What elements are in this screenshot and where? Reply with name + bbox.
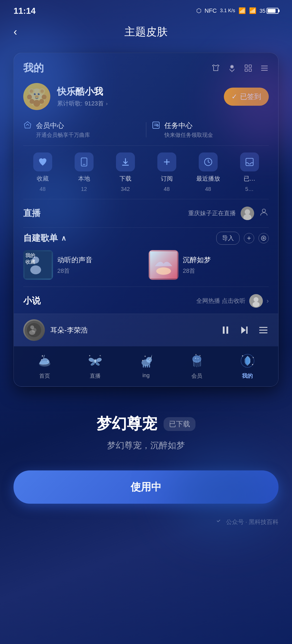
divider-1 <box>23 145 269 146</box>
svg-rect-29 <box>81 158 87 166</box>
theme-name-row: 梦幻尊宠 已下载 <box>97 414 195 434</box>
nav-vip-label: 会员 <box>191 372 202 380</box>
svg-point-50 <box>253 302 260 307</box>
svg-rect-34 <box>246 158 253 166</box>
action-download[interactable]: 下载 342 <box>106 152 145 192</box>
signin-button[interactable]: ✓ 已签到 <box>224 88 269 106</box>
app-preview-card: 我的 <box>14 53 278 387</box>
svg-point-77 <box>150 359 151 360</box>
back-button[interactable]: ‹ <box>14 26 17 38</box>
live-streamer-avatar[interactable] <box>241 207 254 220</box>
downloaded-badge: 已下载 <box>164 417 195 431</box>
svg-rect-74 <box>147 365 148 368</box>
svg-rect-2 <box>245 65 247 67</box>
action-subscribe[interactable]: 订阅 48 <box>147 152 186 192</box>
check-icon: ✓ <box>231 92 237 101</box>
task-center-item[interactable]: 任务中心 快来做任务领取现金 <box>152 121 269 139</box>
divider-2 <box>23 199 269 199</box>
action-local[interactable]: 本地 12 <box>65 152 103 192</box>
nfc-icon: NFC <box>205 7 217 14</box>
svg-point-21 <box>42 95 47 99</box>
bottom-content: 梦幻尊宠 已下载 梦幻尊宠，沉醉如梦 <box>0 392 292 462</box>
svg-point-23 <box>29 99 34 104</box>
svg-point-67 <box>95 359 96 363</box>
use-button[interactable]: 使用中 <box>14 470 278 504</box>
battery-indicator: 35 <box>260 8 278 14</box>
add-playlist-button[interactable] <box>244 233 254 243</box>
page-header: ‹ 主题皮肤 <box>0 19 292 47</box>
nav-live[interactable]: ✦ ★ 直播 <box>70 351 121 380</box>
pause-button[interactable] <box>220 325 231 336</box>
action-already[interactable]: 已… 5… <box>230 152 269 192</box>
use-button-container: 使用中 <box>0 462 292 512</box>
svg-point-64 <box>41 359 42 360</box>
clock-icon <box>199 152 218 171</box>
page-title: 主题皮肤 <box>124 24 168 39</box>
svg-text:✦: ✦ <box>89 354 91 357</box>
mic-icon[interactable] <box>228 64 236 72</box>
svg-text:✦: ✦ <box>251 363 254 366</box>
app-topbar-icons <box>211 64 269 72</box>
shirt-icon[interactable] <box>211 64 220 72</box>
nav-home[interactable]: ✦ 首页 <box>19 351 70 380</box>
novel-title: 小说 <box>23 295 41 307</box>
nav-live-label: 直播 <box>90 372 101 380</box>
action-collect[interactable]: 收藏 48 <box>23 152 62 192</box>
playlist-button[interactable] <box>258 325 269 336</box>
playlist-title: 自建歌单 ∧ <box>23 232 66 244</box>
phone-icon <box>75 152 94 171</box>
user-name: 快乐酷小我 <box>57 85 217 98</box>
svg-point-81 <box>195 358 196 359</box>
svg-rect-57 <box>226 327 228 334</box>
svg-rect-3 <box>249 65 251 67</box>
follow-person-icon[interactable] <box>259 207 269 220</box>
now-playing-cover[interactable] <box>23 319 45 341</box>
svg-point-45 <box>30 265 41 274</box>
vip-icon <box>23 121 32 131</box>
subscribe-icon <box>157 152 176 171</box>
import-button[interactable]: 导入 <box>216 232 240 245</box>
svg-point-14 <box>41 89 44 93</box>
menu-icon[interactable] <box>260 64 269 72</box>
member-divider <box>146 122 146 137</box>
nav-my[interactable]: ✦ ✦ ★ 我的 <box>222 351 273 380</box>
novel-section: 小说 全网热播 点击收听 › <box>14 288 278 314</box>
task-icon <box>152 121 160 131</box>
wifi-icon: 📶 <box>238 7 246 14</box>
svg-rect-73 <box>145 365 146 368</box>
svg-point-55 <box>29 330 35 335</box>
live-label: 重庆妹子正在直播 <box>188 209 236 217</box>
avatar[interactable] <box>23 83 50 110</box>
svg-point-36 <box>245 209 250 215</box>
nav-ing-label: ing <box>142 372 150 379</box>
watermark: 公众号 · 黑科技百科 <box>0 512 292 538</box>
member-section: 会员中心 开通会员畅享千万曲库 任务中心 快来做任务领取现金 <box>14 115 278 144</box>
playlist-item-1[interactable]: 我的收藏 动听的声音 28首 <box>23 250 143 280</box>
playlist-items: 我的收藏 动听的声音 28首 <box>23 250 269 280</box>
nav-ing[interactable]: ✦ ★ ing <box>121 351 171 380</box>
action-recent[interactable]: 最近播放 48 <box>189 152 227 192</box>
novel-right[interactable]: 全网热播 点击收听 › <box>196 294 269 308</box>
next-button[interactable] <box>239 325 250 336</box>
svg-rect-72 <box>143 365 144 368</box>
member-center-item[interactable]: 会员中心 开通会员畅享千万曲库 <box>23 121 141 139</box>
svg-text:✦: ✦ <box>195 353 197 356</box>
nav-home-icon: ✦ <box>35 351 54 370</box>
svg-rect-56 <box>223 327 225 334</box>
chevron-up-icon: ∧ <box>61 234 66 243</box>
bottom-nav: ✦ 首页 ✦ ★ 直播 <box>14 346 278 386</box>
svg-point-38 <box>262 209 266 212</box>
scan-icon[interactable] <box>244 64 253 72</box>
now-playing-controls <box>220 325 269 336</box>
nav-vip[interactable]: ✦ ★ 会员 <box>171 351 222 380</box>
sort-playlist-button[interactable] <box>258 233 269 243</box>
svg-rect-59 <box>246 327 248 334</box>
svg-point-22 <box>33 100 40 107</box>
svg-point-41 <box>261 236 266 241</box>
user-info: 快乐酷小我 累计听歌: 9123首 › <box>57 85 217 108</box>
svg-point-19 <box>35 95 39 98</box>
live-section: 直播 重庆妹子正在直播 <box>14 201 278 226</box>
playlist-item-2[interactable]: 沉醉如梦 28首 <box>149 250 269 280</box>
nav-home-label: 首页 <box>39 372 50 380</box>
user-stats[interactable]: 累计听歌: 9123首 › <box>57 99 217 108</box>
